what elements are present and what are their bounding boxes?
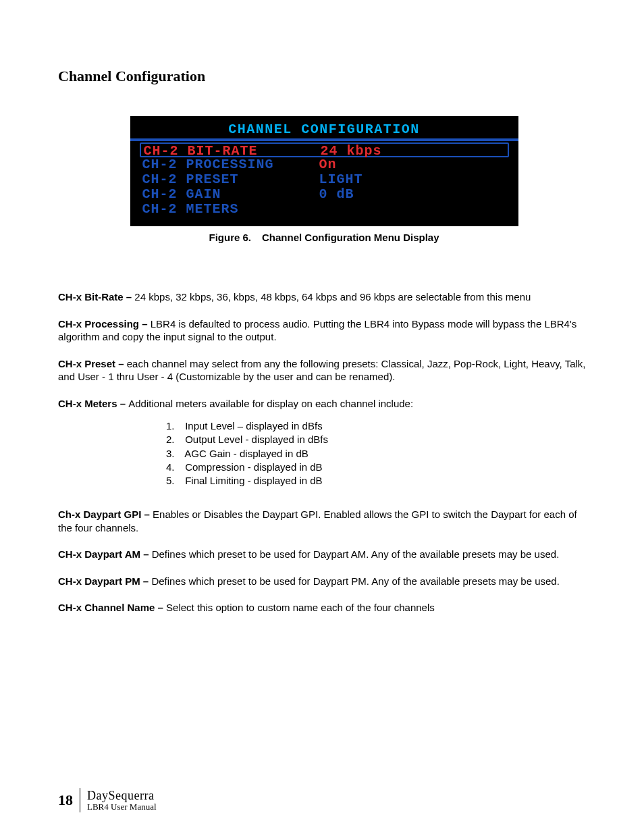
lcd-display: CHANNEL CONFIGURATION CH-2 BIT-RATE24 kb… <box>130 116 518 226</box>
p-processing: CH-x Processing – LBR4 is defaulted to p… <box>58 317 590 344</box>
figure-number: Figure 6. <box>209 232 251 243</box>
section-heading: Channel Configuration <box>58 68 590 85</box>
p-preset: CH-x Preset – each channel may select fr… <box>58 357 590 384</box>
page-number: 18 <box>58 791 80 809</box>
footer-divider <box>80 788 80 812</box>
lcd-row: CH-2 METERS <box>140 202 509 217</box>
lcd-row-value: On <box>319 157 509 172</box>
lcd-divider <box>130 138 518 141</box>
p-channel-name: CH-x Channel Name – Select this option t… <box>58 601 590 615</box>
p-daypart-pm: CH-x Daypart PM – Defines which preset t… <box>58 575 590 588</box>
lcd-row-value: LIGHT <box>319 172 509 187</box>
lcd-row: CH-2 BIT-RATE24 kbps <box>140 142 509 157</box>
manual-name: LBR4 User Manual <box>87 802 157 812</box>
brand-name: DaySequerra <box>87 789 157 802</box>
lcd-row-label: CH-2 PROCESSING <box>140 157 319 172</box>
p-daypart-am: CH-x Daypart AM – Defines which preset t… <box>58 548 590 561</box>
list-item: 2. Output Level - displayed in dBfs <box>166 433 590 446</box>
lcd-row-value <box>319 202 509 217</box>
p-meters: CH-x Meters – Additional meters availabl… <box>58 397 590 411</box>
lcd-row-value: 24 kbps <box>321 144 508 156</box>
meters-list: 1. Input Level – displayed in dBfs2. Out… <box>166 419 590 488</box>
lcd-row-label: CH-2 METERS <box>140 202 319 217</box>
list-item: 4. Compression - displayed in dB <box>166 461 590 474</box>
lcd-row: CH-2 PROCESSINGOn <box>140 157 509 172</box>
figure-title: Channel Configuration Menu Display <box>262 232 439 243</box>
lcd-row: CH-2 GAIN0 dB <box>140 187 509 202</box>
lcd-row: CH-2 PRESETLIGHT <box>140 172 509 187</box>
lcd-row-value: 0 dB <box>319 187 509 202</box>
list-item: 5. Final Limiting - displayed in dB <box>166 474 590 488</box>
p-daypart-gpi: Ch-x Daypart GPI – Enables or Disables t… <box>58 508 590 534</box>
lcd-row-label: CH-2 BIT-RATE <box>141 144 321 156</box>
lcd-title: CHANNEL CONFIGURATION <box>130 122 518 138</box>
lcd-row-label: CH-2 PRESET <box>140 172 319 187</box>
p-bitrate: CH-x Bit-Rate – 24 kbps, 32 kbps, 36, kb… <box>58 290 590 304</box>
figure-caption: Figure 6.Channel Configuration Menu Disp… <box>58 232 590 243</box>
list-item: 3. AGC Gain - displayed in dB <box>166 447 590 461</box>
lcd-row-label: CH-2 GAIN <box>140 187 319 202</box>
list-item: 1. Input Level – displayed in dBfs <box>166 419 590 433</box>
page-footer: 18 DaySequerra LBR4 User Manual <box>58 788 157 812</box>
